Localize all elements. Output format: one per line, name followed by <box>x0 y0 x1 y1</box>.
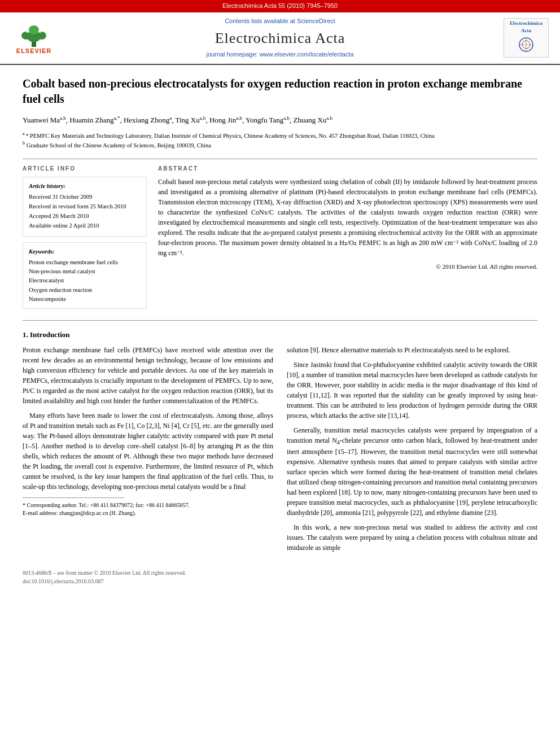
intro-p2: Many efforts have been made to lower the… <box>23 410 273 492</box>
journal-title: Electrochimica Acta <box>56 28 504 49</box>
contents-line: Contents lists available at ScienceDirec… <box>56 17 504 26</box>
history-label: Article history: <box>29 182 141 190</box>
body-left-column: Proton exchange membrane fuel cells (PEM… <box>23 345 273 557</box>
authors-line: Yuanwei Maa,b, Huamin Zhanga,*, Hexiang … <box>23 115 537 126</box>
footer-doi: doi:10.1016/j.electacta.2010.03.087 <box>23 577 537 586</box>
intro-p4: Since Jasinski found that Co-phthalocyan… <box>287 360 537 421</box>
header-divider <box>23 159 537 159</box>
svg-point-3 <box>37 32 46 40</box>
accepted-date: Accepted 26 March 2010 <box>29 212 141 220</box>
cover-art-svg <box>515 34 537 54</box>
abstract-body-divider <box>23 320 537 321</box>
footer-license: 0013-4686/$ – see front matter © 2010 El… <box>23 569 537 577</box>
keyword-2: Non-precious metal catalyst <box>29 267 141 276</box>
svg-point-2 <box>21 32 30 40</box>
footnote-divider <box>23 497 124 498</box>
citation-text: Electrochimica Acta 55 (2010) 7945–7950 <box>222 2 338 9</box>
abstract-column: ABSTRACT Cobalt based non-precious metal… <box>158 165 537 309</box>
corresponding-note: * Corresponding author. Tel.: +86 411 84… <box>23 501 273 509</box>
elsevier-logo-svg <box>15 20 53 49</box>
article-info-heading: ARTICLE INFO <box>23 165 147 173</box>
body-right-column: solution [9]. Hence alternative material… <box>287 345 537 557</box>
page-footer: 0013-4686/$ – see front matter © 2010 El… <box>23 569 537 586</box>
email-note: E-mail address: zhangjun@dicp.ac.cn (H. … <box>23 509 273 517</box>
keywords-label: Keywords: <box>29 247 141 256</box>
journal-citation-bar: Electrochimica Acta 55 (2010) 7945–7950 <box>0 0 560 12</box>
corresponding-footnote: * Corresponding author. Tel.: +86 411 84… <box>23 501 273 517</box>
svg-point-5 <box>27 32 28 33</box>
journal-header-center: Contents lists available at ScienceDirec… <box>56 17 504 59</box>
affiliations: a ᵃ PEMFC Key Materials and Technology L… <box>23 130 537 150</box>
intro-p1: Proton exchange membrane fuel cells (PEM… <box>23 345 273 406</box>
revised-date: Received in revised form 25 March 2010 <box>29 202 141 211</box>
online-date: Available online 2 April 2010 <box>29 221 141 230</box>
copyright-line: © 2010 Elsevier Ltd. All rights reserved… <box>158 263 537 272</box>
info-abstract-section: ARTICLE INFO Article history: Received 3… <box>23 165 537 309</box>
body-text-section: Proton exchange membrane fuel cells (PEM… <box>23 345 537 557</box>
intro-heading: 1. Introduction <box>23 330 537 340</box>
elsevier-logo: ELSEVIER <box>11 20 56 56</box>
keyword-5: Nanocomposite <box>29 295 141 303</box>
affiliation-a: a ᵃ PEMFC Key Materials and Technology L… <box>23 130 537 140</box>
intro-p5: Generally, transition metal macrocycles … <box>287 425 537 518</box>
intro-p3: solution [9]. Hence alternative material… <box>287 345 537 355</box>
article-history-box: Article history: Received 31 October 200… <box>23 177 147 237</box>
abstract-text: Cobalt based non-precious metal catalyst… <box>158 177 537 258</box>
keyword-4: Oxygen reduction reaction <box>29 286 141 294</box>
svg-point-6 <box>40 32 42 33</box>
journal-header: ELSEVIER Contents lists available at Sci… <box>0 12 560 65</box>
elsevier-wordmark: ELSEVIER <box>16 47 51 56</box>
received-date: Received 31 October 2009 <box>29 193 141 201</box>
article-title: Cobalt based non-precious electrocatalys… <box>23 76 537 107</box>
affiliation-b: b Graduate School of the Chinese Academy… <box>23 140 537 150</box>
journal-homepage: journal homepage: www.elsevier.com/locat… <box>56 50 504 59</box>
keyword-1: Proton exchange membrane fuel cells <box>29 258 141 267</box>
keywords-box: Keywords: Proton exchange membrane fuel … <box>23 242 147 309</box>
journal-cover-image: Electrochimica Acta <box>504 18 549 58</box>
abstract-heading: ABSTRACT <box>158 165 537 173</box>
main-content: Cobalt based non-precious electrocatalys… <box>0 65 560 597</box>
keyword-3: Electrocatalyst <box>29 276 141 285</box>
article-info-column: ARTICLE INFO Article history: Received 3… <box>23 165 147 309</box>
intro-p6: In this work, a new non-precious metal w… <box>287 522 537 553</box>
svg-point-4 <box>29 25 39 34</box>
